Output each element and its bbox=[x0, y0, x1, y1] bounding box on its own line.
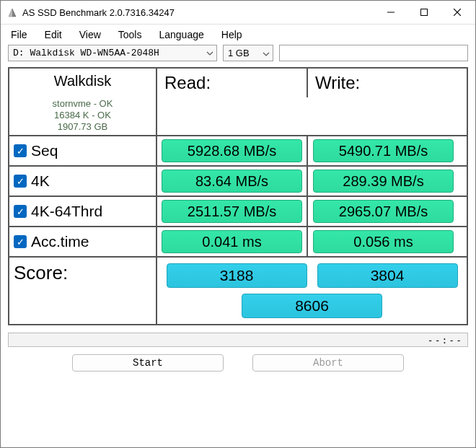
seq-read-value: 5928.68 MB/s bbox=[162, 139, 302, 162]
menu-tools[interactable]: Tools bbox=[118, 29, 142, 40]
4k64-checkbox[interactable]: ✓ bbox=[14, 205, 27, 218]
progress-bar: --:-- bbox=[8, 333, 468, 347]
minimize-button[interactable] bbox=[374, 1, 407, 24]
row-4k-64thrd: ✓ 4K-64Thrd 2511.57 MB/s 2965.07 MB/s bbox=[9, 197, 467, 227]
compression-input[interactable] bbox=[279, 45, 468, 61]
drive-select[interactable]: D: Walkdisk WD-WN5AA-2048H bbox=[8, 45, 217, 61]
row-4k: ✓ 4K 83.64 MB/s 289.39 MB/s bbox=[9, 167, 467, 197]
svg-rect-3 bbox=[421, 9, 428, 16]
acc-read-value: 0.041 ms bbox=[162, 230, 302, 253]
drive-name: Walkdisk bbox=[54, 73, 111, 89]
menu-language[interactable]: Language bbox=[159, 29, 203, 40]
app-icon bbox=[6, 6, 18, 18]
score-area: 3188 3804 8606 bbox=[157, 258, 467, 324]
4k-write-value: 289.39 MB/s bbox=[313, 170, 454, 193]
svg-marker-1 bbox=[9, 9, 12, 17]
4k-read-value: 83.64 MB/s bbox=[162, 170, 302, 193]
row-seq: ✓ Seq 5928.68 MB/s 5490.71 MB/s bbox=[9, 136, 467, 167]
drive-driver-status: stornvme - OK bbox=[53, 98, 113, 110]
client-area: File Edit View Tools Language Help D: Wa… bbox=[1, 24, 475, 447]
maximize-button[interactable] bbox=[407, 1, 441, 24]
acc-checkbox[interactable]: ✓ bbox=[14, 235, 27, 248]
score-write: 3804 bbox=[317, 263, 458, 288]
acc-label: Acc.time bbox=[31, 233, 89, 250]
4k-label: 4K bbox=[31, 172, 50, 190]
row-acctime: ✓ Acc.time 0.041 ms 0.056 ms bbox=[9, 227, 467, 258]
read-header: Read: bbox=[157, 69, 308, 97]
start-button[interactable]: Start bbox=[72, 354, 224, 372]
button-row: Start Abort bbox=[8, 354, 468, 372]
menubar: File Edit View Tools Language Help bbox=[8, 25, 468, 45]
progress-time: --:-- bbox=[428, 335, 463, 346]
app-window: AS SSD Benchmark 2.0.7316.34247 File Edi… bbox=[0, 0, 476, 448]
results-grid: Walkdisk stornvme - OK 16384 K - OK 1907… bbox=[8, 67, 468, 325]
window-title: AS SSD Benchmark 2.0.7316.34247 bbox=[22, 7, 374, 18]
score-total: 8606 bbox=[242, 294, 382, 318]
4k64-read-value: 2511.57 MB/s bbox=[162, 200, 302, 223]
toolbar: D: Walkdisk WD-WN5AA-2048H 1 GB bbox=[8, 45, 468, 61]
seq-label: Seq bbox=[31, 142, 58, 159]
menu-view[interactable]: View bbox=[79, 29, 101, 40]
chevron-down-icon bbox=[257, 48, 270, 58]
size-select[interactable]: 1 GB bbox=[223, 45, 273, 61]
menu-file[interactable]: File bbox=[11, 29, 27, 40]
chevron-down-icon bbox=[200, 48, 213, 58]
drive-alignment-status: 16384 K - OK bbox=[54, 110, 111, 121]
header-row: Walkdisk stornvme - OK 16384 K - OK 1907… bbox=[9, 69, 467, 136]
acc-write-value: 0.056 ms bbox=[313, 230, 454, 253]
drive-capacity: 1907.73 GB bbox=[58, 121, 107, 133]
write-header: Write: bbox=[308, 69, 459, 97]
drive-info: Walkdisk stornvme - OK 16384 K - OK 1907… bbox=[9, 69, 157, 137]
4k64-label: 4K-64Thrd bbox=[31, 203, 102, 220]
seq-write-value: 5490.71 MB/s bbox=[313, 139, 454, 162]
size-select-value: 1 GB bbox=[228, 48, 250, 58]
menu-edit[interactable]: Edit bbox=[45, 29, 62, 40]
abort-button: Abort bbox=[252, 354, 404, 372]
4k64-write-value: 2965.07 MB/s bbox=[313, 200, 454, 223]
score-label: Score: bbox=[9, 258, 157, 324]
score-read: 3188 bbox=[167, 263, 307, 288]
drive-select-value: D: Walkdisk WD-WN5AA-2048H bbox=[13, 48, 159, 58]
titlebar: AS SSD Benchmark 2.0.7316.34247 bbox=[1, 1, 475, 24]
row-score: Score: 3188 3804 8606 bbox=[9, 258, 467, 324]
menu-help[interactable]: Help bbox=[221, 29, 242, 40]
window-buttons bbox=[374, 1, 474, 24]
close-button[interactable] bbox=[441, 1, 474, 24]
4k-checkbox[interactable]: ✓ bbox=[14, 175, 27, 188]
seq-checkbox[interactable]: ✓ bbox=[14, 144, 27, 157]
